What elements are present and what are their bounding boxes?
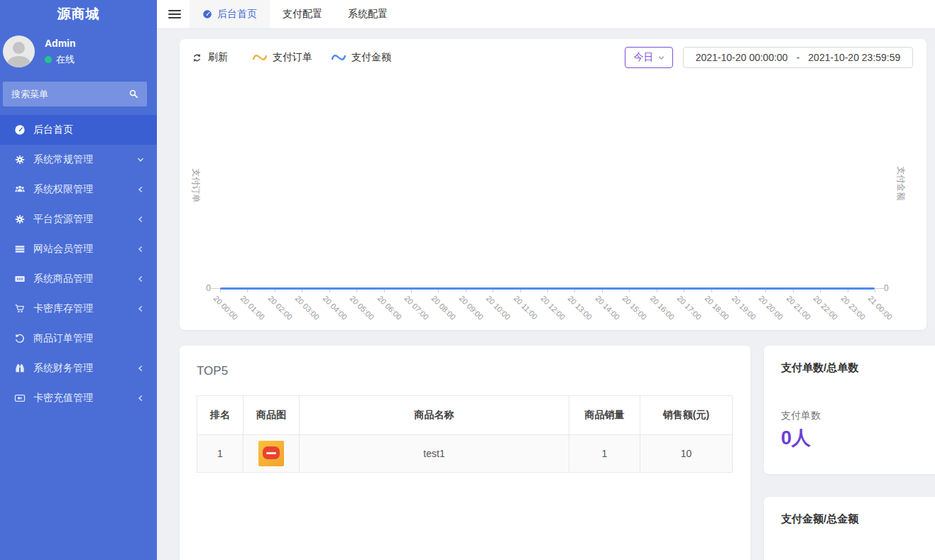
axis-end-tick [875, 288, 884, 289]
range-label: 今日 [634, 51, 654, 64]
tab-system-config[interactable]: 系统配置 [335, 0, 400, 28]
chevron-slot [137, 365, 144, 372]
x-axis-label: 20 03:00 [294, 294, 322, 322]
sidebar-item-label: 商品订单管理 [33, 332, 93, 345]
binoculars-icon [14, 363, 26, 374]
sidebar-item-system-general[interactable]: 系统常规管理 [0, 145, 157, 175]
sidebar-item-label: 系统财务管理 [33, 362, 93, 375]
x-axis-label: 20 20:00 [758, 294, 785, 322]
legend-pay-amount[interactable]: 支付金额 [331, 51, 391, 64]
chart-toolbar: 刷新 支付订单 支付金额 今日 2021-10-20 00:00:00 - 20… [192, 47, 913, 68]
chevron-slot [137, 395, 144, 402]
x-axis-label: 20 02:00 [266, 294, 294, 322]
x-axis-tick [302, 290, 302, 292]
refresh-icon [192, 53, 202, 63]
x-axis-label: 20 09:00 [457, 294, 485, 322]
refresh-button[interactable]: 刷新 [192, 51, 228, 64]
axis-end-tick [209, 288, 220, 289]
users-icon [14, 184, 26, 195]
x-axis-label: 20 11:00 [512, 294, 539, 321]
stat-title: 支付单数/总单数 [781, 361, 858, 375]
x-axis-tick [602, 290, 603, 292]
user-status: 在线 [45, 53, 75, 66]
chevron-slot [137, 305, 144, 312]
user-name: Admin [45, 38, 76, 49]
x-axis-tick [629, 290, 630, 292]
x-axis-tick [384, 290, 385, 292]
sidebar-item-recharge[interactable]: 卡密充值管理 [0, 383, 157, 413]
sidebar-item-label: 平台货源管理 [33, 213, 93, 226]
x-axis-tick [247, 290, 248, 292]
x-axis-tick [275, 290, 275, 292]
cell-qty: 1 [569, 435, 640, 473]
sidebar: 源商城 Admin 在线 后台首页 [0, 0, 157, 560]
x-axis-tick [411, 290, 412, 292]
sidebar-item-label: 网站会员管理 [33, 243, 93, 256]
x-axis-tick [848, 290, 848, 292]
x-axis-tick [438, 290, 439, 292]
top5-title: TOP5 [197, 364, 228, 378]
avatar[interactable] [3, 35, 35, 67]
sidebar-item-home[interactable]: 后台首页 [0, 115, 157, 145]
sidebar-item-card-stock[interactable]: 卡密库存管理 [0, 294, 157, 324]
hamburger-icon[interactable] [168, 10, 181, 18]
online-label: 在线 [56, 53, 75, 66]
table-header-row: 排名 商品图 商品名称 商品销量 销售额(元) [197, 396, 733, 435]
chevron-down-icon [658, 55, 665, 61]
x-axis-label: 20 12:00 [540, 294, 567, 322]
search-input[interactable] [3, 82, 147, 106]
x-axis-label: 20 22:00 [812, 294, 840, 322]
user-panel: Admin 在线 [0, 35, 157, 75]
x-axis-label: 20 14:00 [594, 294, 621, 322]
cell-image [244, 435, 300, 473]
refresh-label: 刷新 [208, 51, 228, 64]
tab-payment-config[interactable]: 支付配置 [270, 0, 335, 28]
x-axis-tick [493, 290, 493, 292]
date-separator: - [797, 52, 800, 63]
product-thumbnail[interactable] [258, 441, 284, 466]
date-start: 2021-10-20 00:00:00 [696, 52, 788, 63]
x-axis-label: 20 06:00 [376, 294, 403, 322]
sidebar-item-label: 卡密充值管理 [33, 392, 93, 405]
sidebar-item-orders[interactable]: 商品订单管理 [0, 324, 157, 353]
x-axis-tick [657, 290, 657, 292]
tab-label: 系统配置 [348, 8, 388, 21]
x-axis-label: 20 13:00 [567, 294, 594, 322]
x-axis-label: 20 00:00 [212, 294, 240, 322]
chevron-slot [137, 246, 144, 253]
x-axis-tick [875, 290, 875, 292]
x-axis-tick [711, 290, 712, 292]
sidebar-item-members[interactable]: 网站会员管理 [0, 234, 157, 264]
date-range-dropdown[interactable]: 今日 [625, 47, 673, 68]
legend-pay-orders[interactable]: 支付订单 [252, 51, 312, 64]
tab-home[interactable]: 后台首页 [190, 0, 270, 28]
history-icon [14, 333, 26, 344]
sidebar-item-label: 后台首页 [33, 123, 73, 136]
search-icon[interactable] [129, 89, 139, 99]
sidebar-menu: 后台首页 系统常规管理 [0, 115, 157, 413]
x-axis-tick [547, 290, 548, 292]
sidebar-item-supply[interactable]: 平台货源管理 [0, 204, 157, 234]
dashboard-icon [202, 9, 212, 19]
sidebar-item-goods[interactable]: 系统商品管理 [0, 264, 157, 294]
x-axis-tick [466, 290, 466, 292]
col-image: 商品图 [244, 396, 300, 435]
cell-rank: 1 [197, 435, 244, 473]
chevron-slot [137, 275, 144, 282]
date-range-input[interactable]: 2021-10-20 00:00:00 - 2021-10-20 23:59:5… [683, 47, 913, 68]
y-axis-tick-right: 0 [884, 283, 889, 293]
online-dot-icon [45, 56, 52, 63]
x-axis-label: 20 05:00 [349, 294, 376, 322]
tab-label: 后台首页 [217, 8, 257, 21]
col-name: 商品名称 [300, 396, 569, 435]
x-axis-label: 20 21:00 [784, 294, 812, 322]
col-rank: 排名 [197, 396, 244, 435]
sidebar-item-label: 系统商品管理 [33, 273, 93, 285]
x-axis-tick [356, 290, 357, 292]
chevron-slot [137, 126, 144, 133]
goods-card-icon [14, 273, 26, 285]
list-icon [14, 243, 26, 255]
cart-icon [14, 303, 26, 314]
sidebar-item-finance[interactable]: 系统财务管理 [0, 353, 157, 383]
sidebar-item-permissions[interactable]: 系统权限管理 [0, 175, 157, 204]
